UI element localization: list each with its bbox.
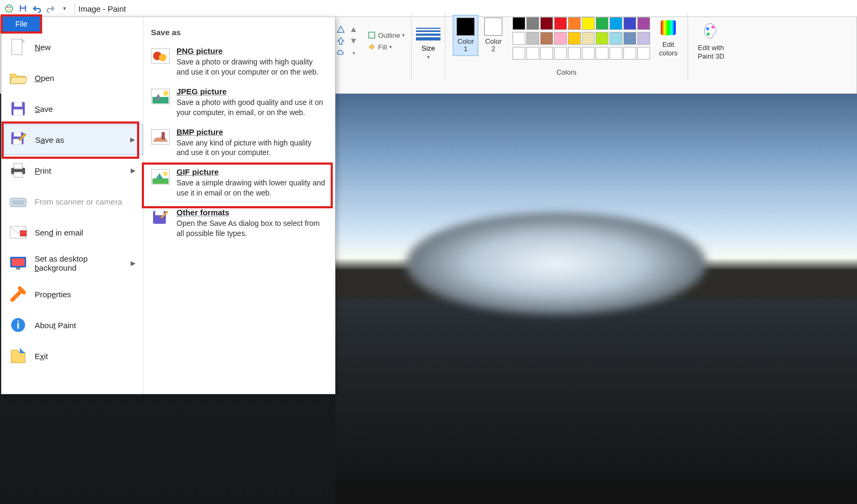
color-swatch[interactable] [623,17,636,30]
file-menu-item-print[interactable]: Print▶ [2,155,143,186]
svg-point-0 [5,5,13,12]
triangle-shape-icon[interactable] [335,24,346,35]
file-item-label: Exit [35,352,48,361]
edit-paint3d-label: Edit with Paint 3D [698,44,724,60]
fill-label: Fill [378,43,387,51]
file-menu-item-exit[interactable]: Exit [2,340,143,371]
color-swatch[interactable] [512,32,525,45]
file-item-label: Save as [35,135,64,144]
saveas-option-title: PNG picture [177,46,326,55]
color-swatch[interactable] [623,47,636,60]
saveas-option-gif[interactable]: GIF pictureSave a simple drawing with lo… [143,163,335,204]
saveas-thumb-icon [151,127,170,147]
scroll-up-icon[interactable]: ▲ [348,24,359,35]
cloud-shape-icon[interactable] [335,47,346,58]
saveas-option-other[interactable]: Other formatsOpen the Save As dialog box… [143,204,335,244]
file-menu-item-email[interactable]: Send in email [2,217,143,248]
undo-icon[interactable] [31,3,43,14]
color-swatch[interactable] [596,32,608,45]
color-swatch[interactable] [582,32,595,45]
color-swatch[interactable] [526,47,539,60]
color-swatch[interactable] [512,17,525,30]
saveas-option-title: Other formats [177,208,326,217]
color-swatch[interactable] [540,32,553,45]
color-swatch[interactable] [610,47,622,60]
saveas-option-title: GIF picture [177,167,326,176]
color-swatch[interactable] [526,32,539,45]
window-title: Image - Paint [78,4,126,13]
file-menu-item-open[interactable]: Open [2,62,143,93]
svg-rect-47 [155,211,164,215]
edit-with-paint3d-button[interactable]: Edit with Paint 3D [692,18,730,63]
edit-colors-button[interactable]: Edit colors [653,15,683,60]
color-swatch[interactable] [540,17,553,30]
color-swatch[interactable] [568,17,581,30]
file-menu-item-desktop[interactable]: Set as desktop background▶ [2,248,143,279]
colors-group-label: Colors [556,67,576,78]
saveas-option-desc: Save a photo with good quality and use i… [177,97,326,118]
color-swatch[interactable] [540,47,553,60]
file-menu-item-scanner: From scanner or camera [2,186,143,217]
outline-dropdown[interactable]: Outline ▾ [365,30,407,40]
shapes-more-icon[interactable]: ▾ [348,47,359,58]
color-swatch[interactable] [554,17,567,30]
properties-icon [9,285,27,303]
canvas-lake [363,192,715,352]
submenu-arrow-icon: ▶ [131,167,135,174]
submenu-arrow-icon: ▶ [131,259,135,267]
saveas-panel-title: Save as [143,23,335,42]
color-swatch[interactable] [623,32,636,45]
file-menu-item-new[interactable]: New [2,31,143,62]
saveas-icon [10,131,28,149]
color-swatch[interactable] [596,17,608,30]
qat-customize-dropdown[interactable]: ▼ [59,3,70,14]
file-item-label: From scanner or camera [35,197,122,206]
color-palette [512,15,650,60]
app-icon [3,3,15,14]
arrow-up-shape-icon[interactable] [335,36,346,46]
color-swatch[interactable] [554,47,567,60]
svg-rect-17 [13,109,23,115]
color-swatch[interactable] [610,32,622,45]
svg-rect-23 [14,172,22,177]
file-menu-item-properties[interactable]: Properties [2,279,143,310]
file-item-label: Properties [35,290,71,299]
color-swatch[interactable] [568,32,581,45]
size-button[interactable]: Size ▾ [416,23,440,60]
color-swatch[interactable] [610,17,622,30]
color1-button[interactable]: Color 1 [453,15,478,56]
color-swatch[interactable] [554,32,567,45]
redo-icon[interactable] [45,3,57,14]
file-menu-item-save[interactable]: Save [2,93,143,124]
file-menu-button[interactable]: File [3,17,40,31]
scroll-down-icon[interactable]: ▼ [348,36,359,46]
color-swatch[interactable] [582,47,595,60]
ribbon-visible-section: ▲ ▼ ▾ Outline ▾ Fill [335,13,857,80]
file-menu-item-saveas[interactable]: Save as▶ [2,124,143,155]
svg-text:i: i [17,319,20,331]
file-menu-popup: NewOpenSaveSave as▶Print▶From scanner or… [1,17,335,394]
saveas-option-png[interactable]: PNG pictureSave a photo or drawing with … [143,42,335,83]
save-icon[interactable] [17,3,29,14]
saveas-option-desc: Save a simple drawing with lower quality… [177,178,326,198]
svg-rect-9 [661,20,676,35]
svg-rect-5 [21,5,25,7]
saveas-option-bmp[interactable]: BMP pictureSave any kind of picture with… [143,123,335,164]
saveas-option-title: JPEG picture [177,87,326,96]
color2-button[interactable]: Color 2 [480,15,506,56]
saveas-option-jpeg[interactable]: JPEG pictureSave a photo with good quali… [143,83,335,123]
fill-dropdown[interactable]: Fill ▾ [365,42,407,52]
svg-point-38 [163,91,169,96]
color-swatch[interactable] [582,17,595,30]
file-menu-item-about[interactable]: iAbout Paint [2,310,143,340]
color-swatch[interactable] [637,32,650,45]
color-swatch[interactable] [512,47,525,60]
color-swatch[interactable] [637,17,650,30]
color-swatch[interactable] [568,47,581,60]
file-item-label: Set as desktop background [35,254,123,272]
saveas-submenu: Save as PNG pictureSave a photo or drawi… [143,17,335,394]
color2-label: Color 2 [485,38,502,53]
color-swatch[interactable] [637,47,650,60]
color-swatch[interactable] [526,17,539,30]
color-swatch[interactable] [596,47,608,60]
